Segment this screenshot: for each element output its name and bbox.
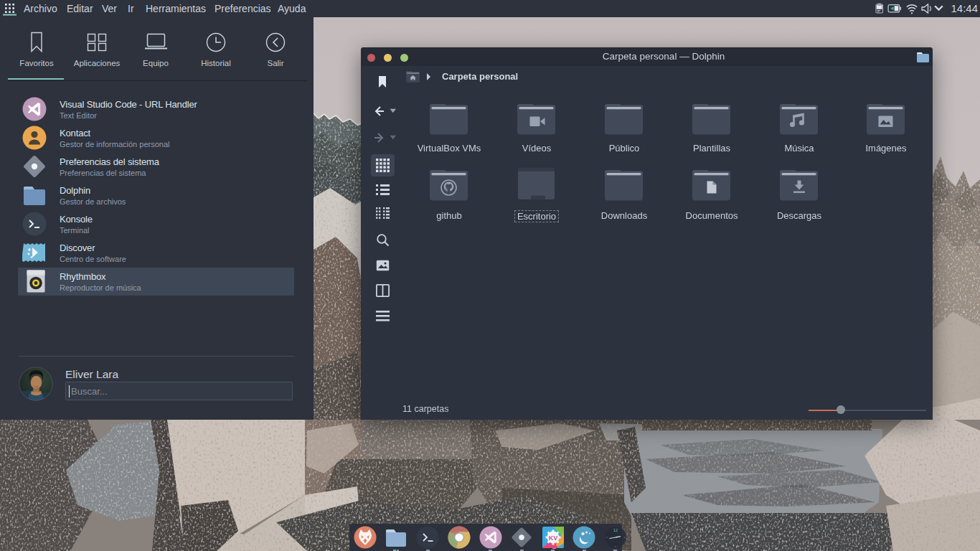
svg-text:KV: KV [548, 534, 557, 542]
svg-text:12: 12 [613, 528, 617, 532]
